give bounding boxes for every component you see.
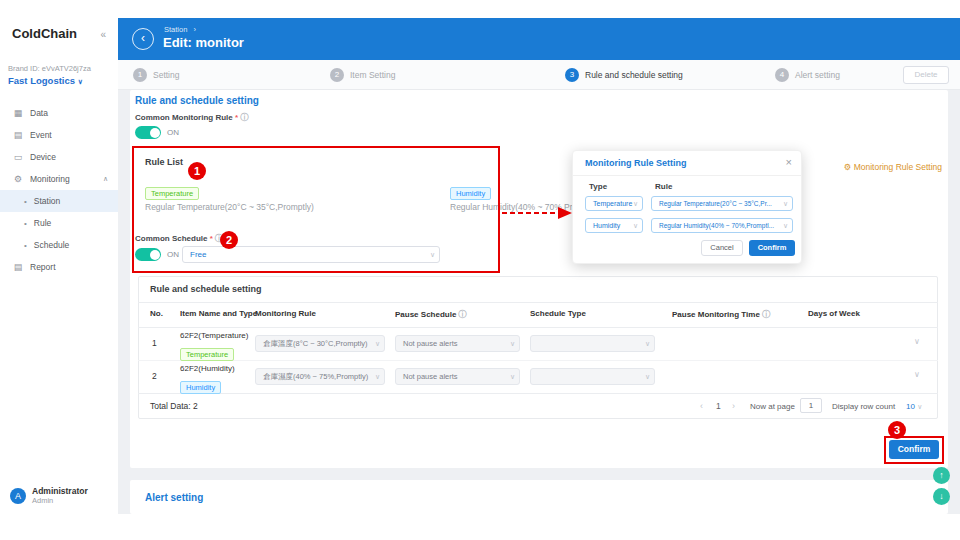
- page-header: [118, 18, 960, 60]
- row1-schedule-type-select[interactable]: ∨: [530, 335, 655, 352]
- step-3-rule-schedule[interactable]: 3 Rule and schedule setting: [565, 68, 683, 82]
- breadcrumb[interactable]: Station ›: [164, 25, 196, 34]
- common-monitoring-rule-toggle[interactable]: [135, 126, 161, 139]
- chevron-down-icon: ∨: [917, 403, 922, 410]
- row1-no: 1: [152, 338, 157, 348]
- row1-tag: Temperature: [180, 343, 234, 361]
- row1-days-expand-icon[interactable]: ∨: [914, 337, 920, 346]
- chevron-down-icon: ∨: [645, 369, 650, 384]
- page-title: Edit: monitor: [163, 35, 244, 50]
- type-select-row2[interactable]: Humidity∨: [585, 218, 643, 233]
- chevron-down-icon: ∨: [633, 219, 638, 232]
- info-icon[interactable]: ⓘ: [762, 310, 770, 319]
- rule-select-row1[interactable]: Regular Temperature(20°C ~ 35°C,Pr...∨: [651, 196, 793, 211]
- device-icon: ▭: [13, 152, 23, 162]
- total-data-label: Total Data: 2: [150, 401, 198, 411]
- row-count-select[interactable]: 10 ∨: [906, 402, 922, 411]
- col-pause-monitoring-time: Pause Monitoring Timeⓘ: [672, 309, 770, 320]
- monitoring-icon: ⚙: [13, 174, 23, 184]
- data-icon: ▦: [13, 108, 23, 118]
- step-number: 2: [330, 68, 344, 82]
- row2-tag: Humidity: [180, 376, 221, 394]
- rule-select-row2[interactable]: Regular Humidity(40% ~ 70%,Promptl...∨: [651, 218, 793, 233]
- annotation-dashed-arrow: [502, 206, 572, 220]
- col-no: No.: [150, 309, 163, 318]
- row1-monitoring-rule-select[interactable]: 倉庫溫度(8°C ~ 30°C,Promptly)∨: [255, 335, 385, 352]
- user-info[interactable]: A Administrator Admin: [10, 486, 88, 505]
- sidebar-item-rule[interactable]: • Rule: [0, 212, 118, 234]
- chevron-down-icon: ∨: [510, 336, 515, 351]
- type-column-header: Type: [589, 182, 607, 191]
- chevron-down-icon: ∨: [510, 369, 515, 384]
- alert-section-title: Alert setting: [145, 492, 203, 503]
- page-input[interactable]: [800, 398, 822, 413]
- dialog-confirm-button[interactable]: Confirm: [749, 240, 795, 256]
- back-icon: ‹: [141, 31, 145, 45]
- annotation-number-3: 3: [888, 421, 906, 439]
- brand-selector[interactable]: Fast Logostics ∨: [8, 75, 83, 86]
- rule-column-header: Rule: [655, 182, 672, 191]
- next-page-icon[interactable]: ›: [732, 401, 735, 411]
- monitoring-rule-setting-dialog: Monitoring Rule Setting × Type Rule Temp…: [572, 150, 802, 264]
- divider: [138, 302, 938, 303]
- dialog-cancel-button[interactable]: Cancel: [701, 240, 743, 256]
- sidebar-item-data[interactable]: ▦ Data: [0, 102, 118, 124]
- step-1-setting[interactable]: 1 Setting: [133, 68, 179, 82]
- scroll-to-bottom-button[interactable]: ↓: [933, 488, 950, 505]
- arrow-up-icon: ↑: [939, 470, 944, 480]
- chevron-down-icon: ∨: [375, 369, 380, 384]
- info-icon[interactable]: ⓘ: [458, 310, 466, 319]
- step-4-alert-setting[interactable]: 4 Alert setting: [775, 68, 840, 82]
- info-icon[interactable]: ⓘ: [240, 113, 248, 122]
- row2-name: 62F2(Humidity): [180, 364, 235, 373]
- common-monitoring-rule-label: Common Monitoring Rule *ⓘ: [135, 112, 248, 123]
- avatar: A: [10, 488, 26, 504]
- divider: [573, 175, 801, 176]
- chevron-up-icon: ∧: [103, 175, 108, 183]
- row1-pause-schedule-select[interactable]: Not pause alerts∨: [395, 335, 520, 352]
- now-at-page-label: Now at page: [750, 402, 795, 411]
- close-icon[interactable]: ×: [786, 156, 792, 168]
- prev-page-icon[interactable]: ‹: [700, 401, 703, 411]
- col-item-name-type: Item Name and Type: [180, 309, 257, 318]
- annotation-number-2: 2: [220, 231, 238, 249]
- row2-no: 2: [152, 371, 157, 381]
- report-icon: ▤: [13, 262, 23, 272]
- sidebar-collapse-icon[interactable]: «: [100, 29, 106, 40]
- row2-monitoring-rule-select[interactable]: 倉庫濕度(40% ~ 75%,Promptly)∨: [255, 368, 385, 385]
- row2-days-expand-icon[interactable]: ∨: [914, 370, 920, 379]
- app-logo: ColdChain: [12, 26, 77, 41]
- sidebar-item-device[interactable]: ▭ Device: [0, 146, 118, 168]
- chevron-down-icon: ∨: [633, 197, 638, 210]
- col-pause-schedule: Pause Scheduleⓘ: [395, 309, 466, 320]
- step-number: 1: [133, 68, 147, 82]
- back-button[interactable]: ‹: [132, 28, 154, 50]
- dialog-title: Monitoring Rule Setting: [585, 158, 687, 168]
- user-role: Admin: [32, 496, 88, 505]
- sidebar-item-monitoring[interactable]: ⚙ Monitoring ∧: [0, 168, 118, 190]
- breadcrumb-separator-icon: ›: [193, 25, 196, 34]
- row2-pause-schedule-select[interactable]: Not pause alerts∨: [395, 368, 520, 385]
- sidebar-item-report[interactable]: ▤ Report: [0, 256, 118, 278]
- divider: [138, 360, 938, 361]
- sidebar-item-schedule[interactable]: • Schedule: [0, 234, 118, 256]
- gear-icon: ⚙: [844, 162, 852, 172]
- annotation-rect-confirm: [884, 436, 944, 464]
- annotation-rect-rule-area: [132, 146, 500, 273]
- chevron-down-icon: ∨: [783, 197, 788, 210]
- sidebar: ColdChain « Brand ID: eVvATV26j7za Fast …: [0, 0, 118, 540]
- row1-name: 62F2(Temperature): [180, 331, 248, 340]
- sidebar-item-event[interactable]: ▤ Event: [0, 124, 118, 146]
- monitoring-rule-setting-link[interactable]: ⚙ Monitoring Rule Setting: [820, 162, 942, 172]
- sidebar-item-station[interactable]: • Station: [0, 190, 118, 212]
- page-number[interactable]: 1: [716, 401, 721, 411]
- scroll-to-top-button[interactable]: ↑: [933, 467, 950, 484]
- row2-schedule-type-select[interactable]: ∨: [530, 368, 655, 385]
- annotation-number-1: 1: [188, 162, 206, 180]
- type-select-row1[interactable]: Temperature∨: [585, 196, 643, 211]
- display-row-count-label: Display row count: [832, 402, 895, 411]
- delete-button[interactable]: Delete: [903, 66, 949, 84]
- step-2-item-setting[interactable]: 2 Item Setting: [330, 68, 395, 82]
- section-title: Rule and schedule setting: [135, 95, 259, 106]
- divider: [138, 327, 938, 328]
